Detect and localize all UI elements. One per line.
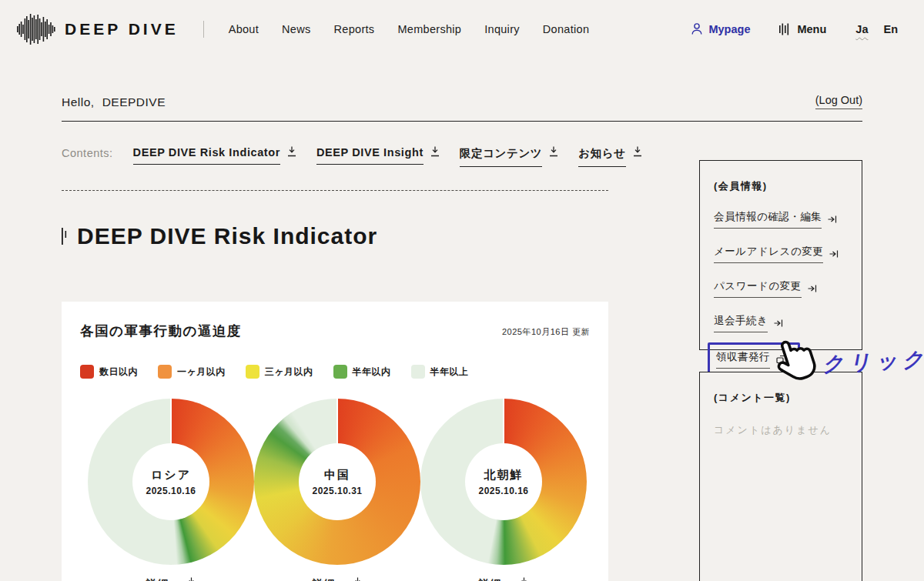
- menu-bars-icon: [779, 22, 791, 36]
- chart-title: 各国の軍事行動の逼迫度: [80, 322, 242, 340]
- chart-legend: 数日以内 一ヶ月以内 三ヶ月以内 半年以内 半年以上: [80, 365, 590, 379]
- arrow-to-bar-icon: [808, 284, 817, 293]
- anchor-down-icon: [430, 146, 440, 157]
- mypage-button[interactable]: Mypage: [691, 22, 750, 35]
- comment-list-box: (コメント一覧) コメントはありません: [699, 372, 862, 581]
- site-header: DEEP DIVE About News Reports Membership …: [0, 0, 924, 58]
- mypage-label: Mypage: [708, 23, 750, 35]
- greeting-hello: Hello,: [62, 95, 95, 109]
- header-divider: [203, 21, 204, 38]
- nav-link-donation[interactable]: Donation: [543, 23, 589, 35]
- dotted-divider: [62, 190, 608, 191]
- legend-item: 三ヶ月以内: [246, 365, 313, 379]
- legend-item: 数日以内: [80, 365, 138, 379]
- anchor-down-icon: [187, 577, 196, 581]
- horizontal-rule: [62, 121, 862, 122]
- greeting-username: DEEPDIVE: [102, 95, 166, 109]
- legend-item: 半年以内: [333, 365, 391, 379]
- arrow-to-bar-icon: [828, 215, 837, 224]
- title-mark-icon: [62, 227, 68, 245]
- risk-indicator-card: 各国の軍事行動の逼迫度 2025年10月16日 更新 数日以内 一ヶ月以内 三ヶ…: [62, 302, 608, 581]
- lang-en-button[interactable]: En: [883, 23, 898, 35]
- detail-link-russia[interactable]: 詳細へ: [146, 577, 196, 581]
- header-right: Mypage Menu Ja En: [691, 22, 898, 36]
- donut-block-russia: ロシア 2025.10.16 詳細へ: [88, 399, 254, 581]
- donut-chart-russia: ロシア 2025.10.16: [88, 399, 254, 565]
- page: DEEP DIVE About News Reports Membership …: [0, 0, 924, 581]
- sidebar-link-withdraw[interactable]: 退会手続き: [714, 314, 783, 332]
- brand-name: DEEP DIVE: [65, 20, 179, 38]
- page-title: DEEP DIVE Risk Indicator: [77, 223, 377, 249]
- contents-link-risk-indicator[interactable]: DEEP DIVE Risk Indicator: [133, 146, 296, 165]
- nav-link-membership[interactable]: Membership: [397, 23, 461, 35]
- sidebar-link-edit-member-info[interactable]: 会員情報の確認・編集: [714, 210, 837, 229]
- greeting-text: Hello,DEEPDIVE: [62, 95, 166, 109]
- hand-cursor-icon: [773, 337, 818, 385]
- anchor-down-icon: [353, 577, 362, 581]
- anchor-down-icon: [633, 146, 642, 157]
- legend-swatch-red: [80, 365, 94, 379]
- waveform-logo-icon: [17, 12, 55, 46]
- donut-center: 中国 2025.10.31: [299, 443, 376, 520]
- donut-chart-north-korea: 北朝鮮 2025.10.16: [420, 399, 587, 565]
- menu-button[interactable]: Menu: [779, 22, 826, 36]
- comment-list-title: (コメント一覧): [714, 391, 848, 405]
- person-icon: [691, 22, 703, 35]
- contents-label: Contents:: [62, 146, 113, 159]
- comment-empty-message: コメントはありません: [714, 423, 848, 437]
- click-callout-text: クリック: [822, 345, 924, 378]
- sidebar-link-change-email[interactable]: メールアドレスの変更: [714, 245, 839, 263]
- detail-link-north-korea[interactable]: 詳細へ: [479, 577, 528, 581]
- donut-center: 北朝鮮 2025.10.16: [465, 443, 542, 520]
- donut-center: ロシア 2025.10.16: [132, 443, 209, 520]
- contents-link-limited-content[interactable]: 限定コンテンツ: [460, 146, 558, 167]
- contents-link-news[interactable]: お知らせ: [578, 146, 641, 167]
- language-switcher: Ja En: [855, 23, 898, 35]
- legend-item: 半年以上: [411, 365, 469, 379]
- arrow-to-bar-icon: [829, 249, 839, 259]
- sidebar-link-change-password[interactable]: パスワードの変更: [714, 279, 817, 298]
- member-info-box: (会員情報) 会員情報の確認・編集 メールアドレスの変更 パスワードの変更 退会…: [699, 160, 862, 350]
- logout-link[interactable]: (Log Out): [815, 94, 862, 109]
- nav-link-reports[interactable]: Reports: [334, 23, 375, 35]
- legend-item: 一ヶ月以内: [158, 365, 226, 379]
- donut-chart-china: 中国 2025.10.31: [254, 399, 420, 565]
- card-header: 各国の軍事行動の逼迫度 2025年10月16日 更新: [80, 322, 590, 340]
- member-info-title: (会員情報): [714, 179, 848, 193]
- nav-link-about[interactable]: About: [229, 23, 259, 35]
- main-nav: About News Reports Membership Inquiry Do…: [229, 23, 590, 35]
- donut-block-north-korea: 北朝鮮 2025.10.16 詳細へ: [420, 399, 587, 581]
- menu-label: Menu: [797, 23, 826, 35]
- greeting-row: Hello,DEEPDIVE (Log Out): [62, 94, 862, 109]
- nav-link-news[interactable]: News: [282, 23, 310, 35]
- anchor-down-icon: [549, 146, 558, 157]
- legend-swatch-green: [333, 365, 347, 379]
- brand-logo[interactable]: DEEP DIVE: [17, 12, 179, 46]
- legend-swatch-yellow: [246, 365, 259, 379]
- lang-ja-button[interactable]: Ja: [855, 23, 868, 35]
- chart-updated-date: 2025年10月16日 更新: [502, 326, 590, 338]
- nav-link-inquiry[interactable]: Inquiry: [484, 23, 520, 35]
- legend-swatch-pale-green: [411, 365, 425, 379]
- arrow-to-bar-icon: [774, 319, 783, 328]
- contents-link-insight[interactable]: DEEP DIVE Insight: [316, 146, 440, 165]
- legend-swatch-orange: [158, 365, 172, 379]
- donut-row: ロシア 2025.10.16 詳細へ 中国 2025.10.31: [80, 399, 590, 581]
- donut-block-china: 中国 2025.10.31 詳細へ: [254, 399, 420, 581]
- detail-link-china[interactable]: 詳細へ: [313, 577, 362, 581]
- anchor-down-icon: [287, 146, 296, 157]
- anchor-down-icon: [520, 577, 528, 581]
